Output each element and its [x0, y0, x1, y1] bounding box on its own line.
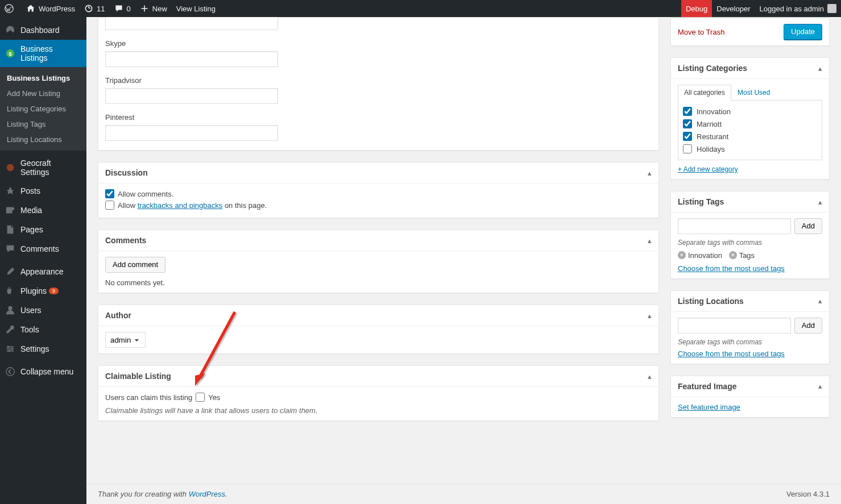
home-icon — [26, 4, 35, 13]
sidebar-item-comments[interactable]: Comments — [0, 239, 86, 259]
toggle-icon[interactable]: ▴ — [648, 311, 652, 320]
choose-locations-link[interactable]: Choose from the most used tags — [678, 349, 785, 358]
submenu-item-tags[interactable]: Listing Tags — [0, 116, 86, 132]
pinterest-input[interactable] — [105, 125, 278, 141]
location-input[interactable] — [678, 318, 791, 334]
toggle-icon[interactable]: ▴ — [818, 198, 822, 206]
locations-box: Listing Locations▴ Add Separate tags wit… — [670, 290, 830, 364]
allow-trackbacks-checkbox[interactable] — [105, 201, 114, 210]
submenu-item-locations[interactable]: Listing Locations — [0, 132, 86, 147]
plus-icon — [140, 4, 149, 13]
comments-count[interactable]: 0 — [110, 0, 135, 17]
add-location-button[interactable]: Add — [794, 318, 822, 334]
add-comment-button[interactable]: Add comment — [105, 257, 165, 273]
sidebar-item-geocraft[interactable]: Geocraft Settings — [0, 154, 86, 181]
debug-button[interactable]: Debug — [681, 0, 712, 17]
sidebar-item-media[interactable]: Media — [0, 201, 86, 220]
author-box: Author▴ admin — [98, 305, 659, 354]
sidebar-item-pages[interactable]: Pages — [0, 220, 86, 239]
author-select[interactable]: admin — [105, 332, 146, 348]
dashboard-icon — [5, 25, 16, 35]
add-category-link[interactable]: + Add new category — [678, 165, 738, 173]
geocraft-icon — [5, 163, 16, 173]
admin-sidebar: Dashboard $Business Listings Business Li… — [0, 17, 86, 466]
sidebar-item-plugins[interactable]: Plugins9 — [0, 281, 86, 301]
tag-label: Tags — [739, 251, 755, 260]
view-listing[interactable]: View Listing — [172, 0, 220, 17]
tags-hint: Separate tags with commas — [678, 239, 822, 247]
set-featured-link[interactable]: Set featured image — [678, 403, 740, 411]
sidebar-item-users[interactable]: Users — [0, 301, 86, 320]
tag-input[interactable] — [678, 218, 791, 234]
claimable-title: Claimable Listing — [105, 372, 648, 381]
trackbacks-link[interactable]: trackbacks and pingbacks — [138, 201, 223, 210]
cat-label: Holidays — [697, 145, 725, 153]
allow-comments-label: Allow comments. — [118, 190, 173, 198]
new-content[interactable]: New — [135, 0, 172, 17]
submenu-item-listings[interactable]: Business Listings — [0, 70, 86, 86]
locations-title: Listing Locations — [678, 297, 818, 306]
tag-label: Innovation — [688, 251, 722, 260]
developer-menu[interactable]: Developer — [712, 0, 755, 17]
remove-tag-icon[interactable]: ✕ — [678, 251, 686, 259]
tripadvisor-input[interactable] — [105, 88, 278, 104]
publish-box: Move to Trash Update — [670, 17, 830, 46]
toggle-icon[interactable]: ▴ — [818, 382, 822, 390]
pinterest-label: Pinterest — [105, 113, 652, 122]
updates[interactable]: 11 — [80, 0, 109, 17]
cat-label: Innovation — [697, 107, 731, 116]
tags-box: Listing Tags▴ Add Separate tags with com… — [670, 191, 830, 279]
trash-link[interactable]: Move to Trash — [678, 28, 724, 36]
remove-tag-icon[interactable]: ✕ — [729, 251, 737, 259]
sidebar-item-tools[interactable]: Tools — [0, 320, 86, 339]
choose-tags-link[interactable]: Choose from the most used tags — [678, 264, 785, 273]
svg-point-10 — [11, 348, 14, 350]
svg-text:$: $ — [9, 51, 12, 57]
skype-input[interactable] — [105, 51, 278, 67]
wrench-icon — [5, 324, 16, 335]
toggle-icon[interactable]: ▴ — [648, 169, 652, 177]
claimable-label: Users can claim this listing — [105, 393, 192, 402]
submenu-item-add-new[interactable]: Add New Listing — [0, 86, 86, 101]
wp-logo[interactable] — [0, 0, 22, 17]
sidebar-item-dashboard[interactable]: Dashboard — [0, 20, 86, 40]
allow-comments-checkbox[interactable] — [105, 189, 114, 198]
discussion-title: Discussion — [105, 168, 648, 177]
settings-icon — [5, 344, 16, 354]
skype-label: Skype — [105, 39, 652, 48]
sidebar-item-business-listings[interactable]: $Business Listings — [0, 40, 86, 67]
claimable-checkbox[interactable] — [196, 393, 205, 402]
toggle-icon[interactable]: ▴ — [648, 236, 652, 245]
cat-checkbox[interactable] — [683, 107, 692, 116]
cat-label: Marriott — [697, 120, 722, 128]
claimable-yes: Yes — [208, 393, 220, 402]
sidebar-item-posts[interactable]: Posts — [0, 181, 86, 201]
comments-box: Comments▴ Add comment No comments yet. — [98, 230, 659, 293]
comment-icon — [114, 4, 123, 13]
add-tag-button[interactable]: Add — [794, 218, 822, 234]
submenu-item-categories[interactable]: Listing Categories — [0, 101, 86, 116]
site-name[interactable]: WordPress — [22, 0, 80, 17]
logged-in-user[interactable]: Logged in as admin — [755, 0, 841, 17]
category-list: Innovation Marriott Resturant Holidays — [678, 101, 822, 160]
cat-checkbox[interactable] — [683, 119, 692, 128]
featured-image-box: Featured Image▴ Set featured image — [670, 376, 830, 418]
tab-most-used[interactable]: Most Used — [731, 85, 776, 100]
cat-checkbox[interactable] — [683, 132, 692, 141]
toggle-icon[interactable]: ▴ — [818, 297, 822, 305]
discussion-box: Discussion▴ Allow comments. Allow trackb… — [98, 162, 659, 218]
sidebar-item-settings[interactable]: Settings — [0, 339, 86, 359]
sidebar-item-appearance[interactable]: Appearance — [0, 262, 86, 281]
svg-point-3 — [7, 164, 14, 172]
allow-trackbacks-label: Allow trackbacks and pingbacks on this p… — [118, 201, 267, 210]
toggle-icon[interactable]: ▴ — [818, 64, 822, 73]
update-button[interactable]: Update — [784, 24, 822, 40]
social-fields-box: Skype Tripadvisor Pinterest — [98, 17, 659, 151]
svg-point-4 — [11, 207, 14, 210]
sidebar-item-collapse[interactable]: Collapse menu — [0, 362, 86, 381]
cat-checkbox[interactable] — [683, 144, 692, 153]
tab-all-categories[interactable]: All categories — [678, 85, 731, 101]
svg-point-9 — [7, 346, 10, 348]
toggle-icon[interactable]: ▴ — [648, 372, 652, 381]
tripadvisor-label: Tripadvisor — [105, 76, 652, 85]
